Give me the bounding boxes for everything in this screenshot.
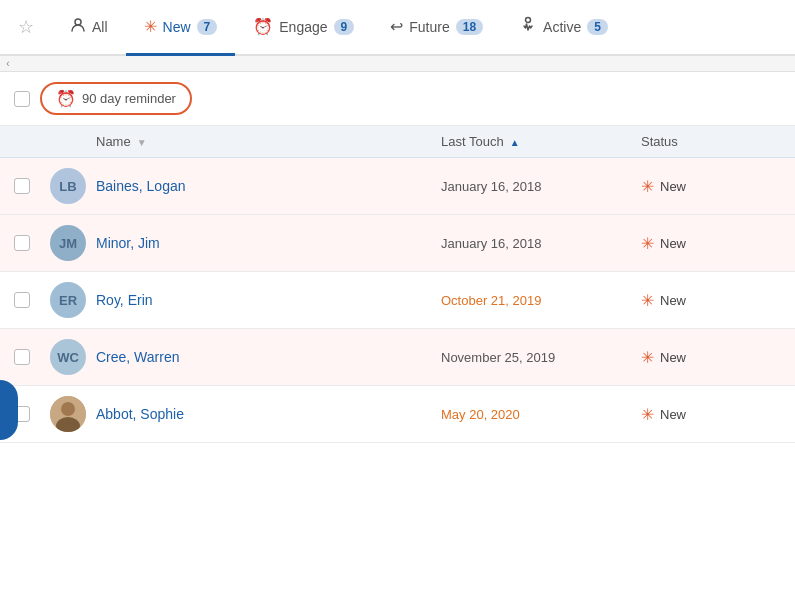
contact-name[interactable]: Roy, Erin — [96, 292, 441, 308]
table-row: WCCree, WarrenNovember 25, 2019✳ New — [0, 329, 795, 386]
status-badge: ✳ New — [641, 405, 781, 424]
tab-engage-label: Engage — [279, 19, 327, 35]
table-body: LBBaines, LoganJanuary 16, 2018✳ NewJMMi… — [0, 158, 795, 443]
name-col-label: Name — [96, 134, 131, 149]
reminder-filter-pill[interactable]: ⏰ 90 day reminder — [40, 82, 192, 115]
svg-point-1 — [526, 17, 531, 22]
last-touch-date: October 21, 2019 — [441, 293, 641, 308]
tab-engage-badge: 9 — [334, 19, 355, 35]
filter-bar: ⏰ 90 day reminder — [0, 72, 795, 126]
sun-status-icon: ✳ — [641, 405, 654, 424]
tab-future-label: Future — [409, 19, 449, 35]
avatar — [50, 396, 86, 432]
status-badge: ✳ New — [641, 177, 781, 196]
contact-name[interactable]: Baines, Logan — [96, 178, 441, 194]
avatar: JM — [50, 225, 86, 261]
row-checkbox-3[interactable] — [14, 349, 30, 365]
row-checkbox-2[interactable] — [14, 292, 30, 308]
last-touch-date: January 16, 2018 — [441, 179, 641, 194]
status-badge: ✳ New — [641, 234, 781, 253]
avatar: WC — [50, 339, 86, 375]
last-touch-date: November 25, 2019 — [441, 350, 641, 365]
table-row: LBBaines, LoganJanuary 16, 2018✳ New — [0, 158, 795, 215]
header-name-col[interactable]: Name — [96, 134, 441, 149]
svg-point-3 — [61, 402, 75, 416]
star-icon: ☆ — [18, 16, 34, 38]
status-label: New — [660, 236, 686, 251]
select-all-checkbox[interactable] — [14, 91, 30, 107]
sun-status-icon: ✳ — [641, 291, 654, 310]
scroll-area: ‹ — [0, 56, 795, 72]
side-decoration — [0, 380, 18, 440]
tab-new-label: New — [163, 19, 191, 35]
sun-status-icon: ✳ — [641, 234, 654, 253]
tab-new-badge: 7 — [197, 19, 218, 35]
table-row: Abbot, SophieMay 20, 2020✳ New — [0, 386, 795, 443]
reminder-label: 90 day reminder — [82, 91, 176, 106]
tab-star[interactable]: ☆ — [0, 0, 52, 56]
tab-future-badge: 18 — [456, 19, 483, 35]
last-touch-date: January 16, 2018 — [441, 236, 641, 251]
tab-all-label: All — [92, 19, 108, 35]
status-badge: ✳ New — [641, 348, 781, 367]
header-lasttouch-col[interactable]: Last Touch — [441, 134, 641, 149]
status-label: New — [660, 350, 686, 365]
clock-icon: ⏰ — [56, 89, 76, 108]
avatar: LB — [50, 168, 86, 204]
contact-name[interactable]: Abbot, Sophie — [96, 406, 441, 422]
last-touch-date: May 20, 2020 — [441, 407, 641, 422]
tab-future[interactable]: ↩ Future 18 — [372, 0, 501, 56]
tab-engage[interactable]: ⏰ Engage 9 — [235, 0, 372, 56]
header-status-col: Status — [641, 134, 781, 149]
status-col-label: Status — [641, 134, 678, 149]
tab-active[interactable]: Active 5 — [501, 0, 626, 56]
status-label: New — [660, 293, 686, 308]
tab-new[interactable]: ✳ New 7 — [126, 0, 236, 56]
sun-status-icon: ✳ — [641, 348, 654, 367]
contact-name[interactable]: Cree, Warren — [96, 349, 441, 365]
table-header: Name Last Touch Status — [0, 126, 795, 158]
tab-active-badge: 5 — [587, 19, 608, 35]
lasttouch-sort-icon — [510, 134, 520, 149]
name-sort-icon — [137, 134, 147, 149]
tabs-bar: ☆ All ✳ New 7 ⏰ Engage 9 ↩ Future 18 Act… — [0, 0, 795, 56]
tab-all[interactable]: All — [52, 0, 126, 56]
row-checkbox-0[interactable] — [14, 178, 30, 194]
status-label: New — [660, 407, 686, 422]
scroll-left-arrow[interactable]: ‹ — [0, 56, 16, 72]
active-icon — [519, 16, 537, 38]
row-checkbox-1[interactable] — [14, 235, 30, 251]
lasttouch-col-label: Last Touch — [441, 134, 504, 149]
table-row: JMMinor, JimJanuary 16, 2018✳ New — [0, 215, 795, 272]
table-row: ERRoy, ErinOctober 21, 2019✳ New — [0, 272, 795, 329]
tab-active-label: Active — [543, 19, 581, 35]
future-icon: ↩ — [390, 17, 403, 36]
all-icon — [70, 17, 86, 37]
avatar: ER — [50, 282, 86, 318]
contact-name[interactable]: Minor, Jim — [96, 235, 441, 251]
svg-point-0 — [75, 19, 81, 25]
status-label: New — [660, 179, 686, 194]
sun-status-icon: ✳ — [641, 177, 654, 196]
new-tab-icon: ✳ — [144, 17, 157, 36]
engage-icon: ⏰ — [253, 17, 273, 36]
status-badge: ✳ New — [641, 291, 781, 310]
